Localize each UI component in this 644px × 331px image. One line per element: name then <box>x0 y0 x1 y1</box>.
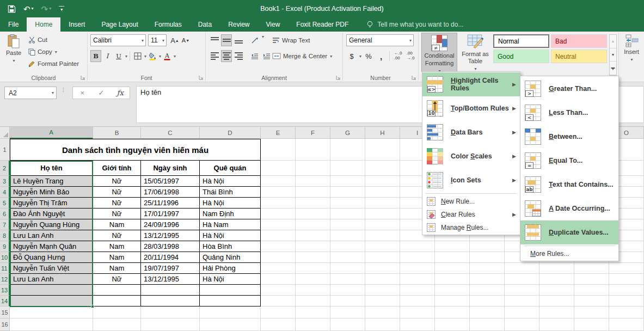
cell-B7[interactable]: Nam <box>93 219 141 230</box>
orientation-dropdown-arrow[interactable]: ▾ <box>262 34 264 46</box>
cell-A12[interactable]: Lưu Lan Anh <box>10 274 93 285</box>
cell-C14[interactable] <box>141 296 200 307</box>
row-header-10[interactable]: 10 <box>0 252 10 263</box>
column-header-D[interactable]: D <box>200 127 261 139</box>
row-header-12[interactable]: 12 <box>0 274 10 285</box>
cell-I14[interactable] <box>400 296 435 307</box>
cell-G9[interactable] <box>330 241 365 252</box>
cell-C11[interactable]: 19/07/1997 <box>141 263 200 274</box>
cancel-icon[interactable]: × <box>73 87 92 99</box>
cell-I11[interactable] <box>400 263 435 274</box>
conditional-formatting-button[interactable]: ≠ Conditional Formatting ▾ <box>421 33 457 72</box>
borders-button[interactable] <box>132 50 143 62</box>
menu-item-duplicate-values[interactable]: Duplicate Values... <box>520 220 618 244</box>
menu-item-color-scales[interactable]: Color Scales▶ <box>422 144 520 168</box>
cell-A2[interactable]: Họ tên <box>10 161 93 176</box>
row-header-6[interactable]: 6 <box>0 209 10 219</box>
cell-F12[interactable] <box>296 274 330 285</box>
cell-B2[interactable]: Giới tính <box>93 161 141 176</box>
cell-O13[interactable] <box>609 285 644 296</box>
cell-D9[interactable]: Hòa Bình <box>200 241 261 252</box>
cell-E3[interactable] <box>261 176 296 187</box>
tab-home[interactable]: Home <box>27 17 60 32</box>
cell-D3[interactable]: Hà Nội <box>200 176 261 187</box>
font-size-combo[interactable]: 11▾ <box>148 34 167 46</box>
cell-J14[interactable] <box>435 296 470 307</box>
cut-button[interactable]: Cut <box>27 34 80 46</box>
cell-A14[interactable] <box>10 296 93 307</box>
comma-style-button[interactable]: , <box>376 50 387 62</box>
cell-J9[interactable] <box>435 241 470 252</box>
row-header-1[interactable]: 1 <box>0 139 10 161</box>
cell-B6[interactable]: Nữ <box>93 209 141 219</box>
wrap-text-button[interactable]: Wrap Text <box>271 34 311 46</box>
cell-A13[interactable] <box>10 285 93 296</box>
alignment-dialog-launcher[interactable] <box>336 75 341 80</box>
menu-item-manage-rules[interactable]: Manage Rules... <box>422 221 520 234</box>
tab-insert[interactable]: Insert <box>60 17 93 32</box>
cell-G[interactable] <box>330 139 365 161</box>
cell-L11[interactable] <box>505 263 539 274</box>
cell-A9[interactable]: Nguyễn Mạnh Quân <box>10 241 93 252</box>
cell-G4[interactable] <box>330 187 365 198</box>
cell-A10[interactable]: Đỗ Quang Hưng <box>10 252 93 263</box>
cell-F8[interactable] <box>296 230 330 241</box>
cell-A16[interactable] <box>10 318 93 331</box>
tab-page-layout[interactable]: Page Layout <box>93 17 146 32</box>
cell-J10[interactable] <box>435 252 470 263</box>
accounting-format-button[interactable]: $ <box>346 50 357 62</box>
cell-B13[interactable] <box>93 285 141 296</box>
cell-H13[interactable] <box>365 285 400 296</box>
cell-N16[interactable] <box>574 318 609 331</box>
clipboard-dialog-launcher[interactable] <box>81 75 85 80</box>
cell-M16[interactable] <box>539 318 574 331</box>
cell-G5[interactable] <box>330 198 365 209</box>
cell-C8[interactable]: 13/12/1995 <box>141 230 200 241</box>
merge-center-button[interactable]: Merge & Center ▾ <box>271 50 333 62</box>
cell-A15[interactable] <box>10 307 93 318</box>
cell-E5[interactable] <box>261 198 296 209</box>
cell-C4[interactable]: 17/06/1998 <box>141 187 200 198</box>
cell-K15[interactable] <box>470 307 505 318</box>
row-header-7[interactable]: 7 <box>0 219 10 230</box>
gallery-scroll-down-icon[interactable]: ▼ <box>610 48 616 62</box>
cell-D13[interactable] <box>200 285 261 296</box>
cell-E16[interactable] <box>261 318 296 331</box>
cell-G11[interactable] <box>330 263 365 274</box>
row-header-14[interactable]: 14 <box>0 296 10 307</box>
cell-G12[interactable] <box>330 274 365 285</box>
cell-C3[interactable]: 15/05/1997 <box>141 176 200 187</box>
cell-A5[interactable]: Nguyễn Thị Trâm <box>10 198 93 209</box>
tab-data[interactable]: Data <box>190 17 220 32</box>
cell-O15[interactable] <box>609 307 644 318</box>
cell-D2[interactable]: Quê quán <box>200 161 261 176</box>
menu-item-new-rule[interactable]: New Rule... <box>422 195 520 208</box>
fill-color-button[interactable] <box>147 50 158 62</box>
align-left-button[interactable] <box>209 50 220 62</box>
cell-G10[interactable] <box>330 252 365 263</box>
cell-style-good[interactable]: Good <box>493 50 549 63</box>
cell-D6[interactable]: Nam Định <box>200 209 261 219</box>
row-header-15[interactable]: 15 <box>0 307 10 318</box>
cell-B3[interactable]: Nữ <box>93 176 141 187</box>
cell-H16[interactable] <box>365 318 400 331</box>
cell-H11[interactable] <box>365 263 400 274</box>
column-header-G[interactable]: G <box>330 127 365 139</box>
cell-O12[interactable] <box>609 274 644 285</box>
cell-O14[interactable] <box>609 296 644 307</box>
cell-style-bad[interactable]: Bad <box>551 34 607 48</box>
cell-H2[interactable] <box>365 161 400 176</box>
cell-C9[interactable]: 28/03/1998 <box>141 241 200 252</box>
cell-B12[interactable]: Nữ <box>93 274 141 285</box>
menu-item-clear-rules[interactable]: Clear Rules▶ <box>422 208 520 221</box>
cell-F9[interactable] <box>296 241 330 252</box>
cell-F3[interactable] <box>296 176 330 187</box>
cell-B14[interactable] <box>93 296 141 307</box>
cell-G15[interactable] <box>330 307 365 318</box>
italic-button[interactable]: I <box>102 50 113 62</box>
format-as-table-button[interactable]: Format as Table ▾ <box>459 33 492 72</box>
cell-B8[interactable]: Nữ <box>93 230 141 241</box>
cell-E11[interactable] <box>261 263 296 274</box>
cell-A6[interactable]: Đào Ánh Nguyệt <box>10 209 93 219</box>
cell-G6[interactable] <box>330 209 365 219</box>
